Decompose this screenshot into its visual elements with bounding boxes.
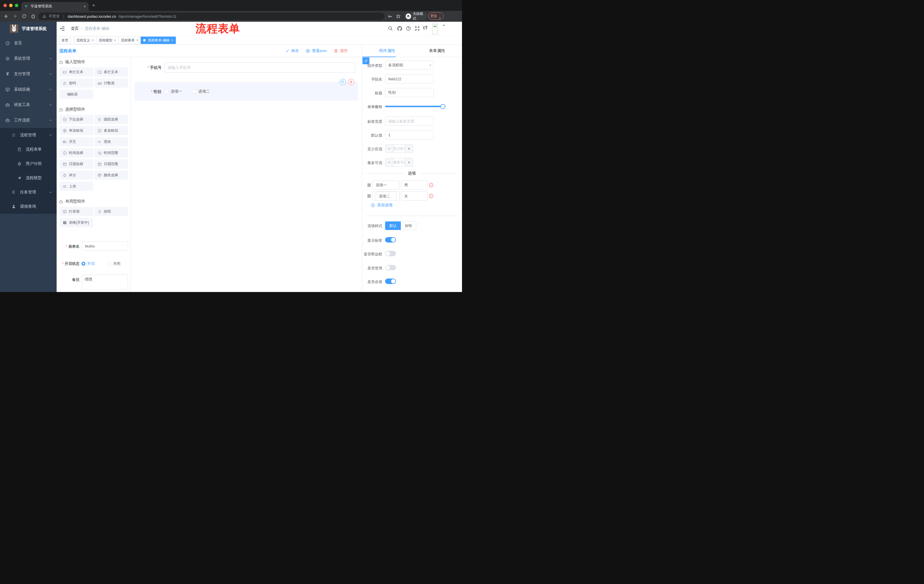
- search-icon[interactable]: [388, 26, 393, 31]
- label-width-input[interactable]: [385, 117, 434, 126]
- palette-item-date-picker[interactable]: 日期选择: [59, 160, 93, 169]
- forward-icon[interactable]: [13, 14, 18, 19]
- avatar-caret-icon[interactable]: ▾: [443, 24, 445, 27]
- slider-track[interactable]: [385, 106, 443, 107]
- palette-item-checkbox-group[interactable]: 多选框组: [94, 126, 128, 135]
- sidebar-item-task-mgmt[interactable]: 任务管理: [0, 185, 57, 199]
- form-name-input[interactable]: [82, 242, 128, 250]
- tag-close-icon[interactable]: ×: [92, 38, 94, 42]
- status-off-radio[interactable]: [107, 262, 111, 266]
- palette-item-switch[interactable]: 开关: [59, 137, 93, 146]
- option-drag-icon[interactable]: [367, 194, 371, 198]
- tag-close-icon[interactable]: ×: [136, 38, 139, 42]
- sidebar-item-leave-query[interactable]: 请假查询: [0, 199, 57, 214]
- gender-option1-checkbox[interactable]: [164, 89, 168, 94]
- browser-tab[interactable]: 芋道管理系统 ×: [21, 2, 89, 11]
- option1-label-input[interactable]: [373, 181, 400, 190]
- remove-option-icon[interactable]: [429, 193, 434, 199]
- tag-process-form[interactable]: 流程表单×: [118, 36, 141, 44]
- with-border-toggle[interactable]: [385, 251, 396, 256]
- palette-item-editor[interactable]: 编辑器: [59, 90, 93, 99]
- palette-item-single-text[interactable]: 单行文本: [59, 67, 93, 77]
- palette-item-select[interactable]: 下拉选择: [59, 115, 93, 124]
- remove-option-icon[interactable]: [429, 183, 434, 188]
- max-select-placeholder[interactable]: 最多可选: [393, 158, 405, 166]
- address-bar[interactable]: 不安全 | dashboard.yudao.iocoder.cn/bpm/man…: [38, 13, 384, 20]
- default-value-input[interactable]: [385, 130, 434, 140]
- avatar[interactable]: [432, 23, 438, 34]
- tag-process-definition[interactable]: 流程定义×: [74, 36, 96, 44]
- sidebar-item-user-group[interactable]: 用户分组: [0, 156, 57, 171]
- slider-handle[interactable]: [440, 104, 446, 109]
- option-drag-icon[interactable]: [367, 183, 371, 188]
- bookmark-star-icon[interactable]: [396, 14, 401, 19]
- gender-option2-checkbox[interactable]: [192, 89, 196, 94]
- sidebar-item-devtools[interactable]: 研发工具: [0, 97, 57, 113]
- stepper-plus-button[interactable]: +: [405, 145, 413, 153]
- save-button[interactable]: ✓ 保存: [286, 48, 299, 53]
- palette-item-color-picker[interactable]: 颜色选择: [94, 171, 128, 180]
- sidebar-item-home[interactable]: 首页: [0, 35, 57, 51]
- new-tab-button[interactable]: +: [92, 2, 95, 8]
- phone-field-input[interactable]: [164, 62, 355, 72]
- required-toggle[interactable]: [385, 278, 396, 284]
- stepper-minus-button[interactable]: −: [385, 145, 393, 153]
- sidebar-item-payment[interactable]: ¥ 支付管理: [0, 66, 57, 82]
- selected-component-gender[interactable]: 性别 选项一 选项二: [134, 82, 358, 100]
- option1-value-input[interactable]: [401, 181, 428, 190]
- status-on-radio[interactable]: [81, 262, 86, 266]
- chrome-caret-icon[interactable]: ▾: [439, 16, 441, 20]
- clear-button[interactable]: 清空: [333, 48, 348, 53]
- tab-component-props[interactable]: 组件属性: [362, 45, 412, 57]
- option2-value-input[interactable]: [401, 191, 428, 201]
- breadcrumb-home[interactable]: 首页: [71, 22, 79, 35]
- sidebar-item-process-form[interactable]: 流程表单: [0, 142, 57, 156]
- sidebar-item-process-mgmt[interactable]: 流程管理: [0, 128, 57, 142]
- add-option-button[interactable]: 添加选项: [371, 202, 393, 208]
- font-size-icon[interactable]: tT: [423, 25, 428, 31]
- palette-item-radio-group[interactable]: 单选框组: [59, 126, 93, 135]
- form-remark-textarea[interactable]: 嘿嘿: [82, 275, 128, 290]
- window-zoom-button[interactable]: [15, 4, 18, 7]
- sidebar-item-workflow[interactable]: 工作流程: [0, 113, 57, 128]
- field-name-input[interactable]: [385, 74, 434, 84]
- stepper-plus-button[interactable]: +: [405, 158, 413, 166]
- palette-item-time-range[interactable]: 时间范围: [94, 148, 128, 158]
- palette-item-counter[interactable]: 123计数器: [94, 79, 128, 88]
- stepper-minus-button[interactable]: −: [385, 158, 393, 166]
- tag-close-icon[interactable]: ×: [171, 38, 173, 42]
- github-icon[interactable]: [397, 26, 403, 31]
- grid-slider[interactable]: [385, 102, 434, 111]
- palette-item-table[interactable]: 表格[开发中]: [59, 218, 93, 227]
- tag-process-form-edit-active[interactable]: 流程表单-编辑×: [141, 36, 176, 44]
- sidebar-item-process-model[interactable]: 流程模型: [0, 171, 57, 185]
- fullscreen-icon[interactable]: [414, 26, 420, 31]
- copy-component-button[interactable]: [340, 79, 346, 85]
- show-label-toggle[interactable]: [385, 237, 396, 243]
- palette-item-rate[interactable]: 评分: [59, 171, 93, 180]
- option-style-button[interactable]: 按钮: [401, 221, 416, 230]
- option2-label-input[interactable]: [376, 192, 396, 201]
- title-input[interactable]: [385, 88, 434, 97]
- disabled-toggle[interactable]: [385, 265, 396, 270]
- palette-item-cascader[interactable]: 级联选择: [94, 115, 128, 124]
- component-type-select[interactable]: 多选框组 ▾: [385, 61, 434, 70]
- password-key-icon[interactable]: [388, 14, 393, 19]
- tab-close-icon[interactable]: ×: [84, 4, 86, 8]
- browser-update-button[interactable]: 更新 ⋮: [428, 12, 444, 20]
- tab-form-props[interactable]: 表单属性: [412, 45, 462, 57]
- min-select-placeholder[interactable]: 至少应选: [393, 145, 405, 153]
- palette-item-date-range[interactable]: 日期范围: [94, 160, 128, 169]
- palette-item-textarea[interactable]: 多行文本: [94, 67, 128, 77]
- palette-item-button[interactable]: 按钮: [94, 207, 128, 216]
- help-icon[interactable]: [406, 26, 411, 31]
- sidebar-item-system[interactable]: 系统管理: [0, 51, 57, 66]
- tag-close-icon[interactable]: ×: [114, 38, 116, 42]
- delete-component-button[interactable]: [348, 79, 354, 85]
- reload-icon[interactable]: [22, 14, 26, 18]
- tag-home[interactable]: 首页: [59, 36, 71, 44]
- palette-item-time-picker[interactable]: 时间选择: [59, 148, 93, 158]
- sidebar-item-infra[interactable]: 基础设施: [0, 82, 57, 97]
- view-json-button[interactable]: 查看json: [305, 48, 327, 53]
- palette-item-password[interactable]: 密码: [59, 79, 93, 88]
